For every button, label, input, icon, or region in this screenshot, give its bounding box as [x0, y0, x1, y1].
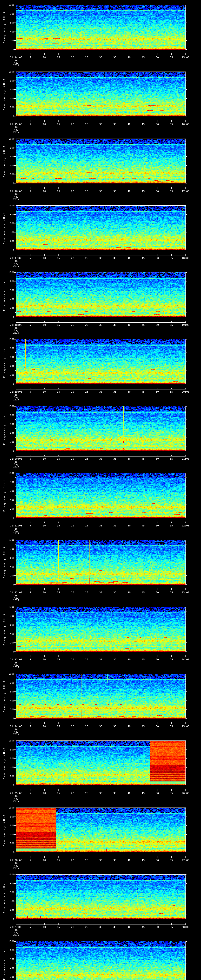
y-tick-label: 600: [5, 155, 14, 158]
x-tick-label: 10: [43, 390, 46, 393]
x-start-time-label: 21:20:00: [10, 457, 22, 460]
x-tick-label: 25: [85, 123, 88, 126]
x-tick-label: 35: [113, 323, 116, 326]
x-tick-label: 10: [43, 323, 46, 326]
x-tick-label: 40: [128, 457, 131, 460]
x-tick-label: 15: [57, 792, 60, 795]
x-tick-label: 25: [85, 457, 88, 460]
x-tick-label: 40: [128, 859, 131, 862]
y-tick-label: 800: [5, 882, 14, 885]
x-tick-label: 40: [128, 323, 131, 326]
x-tick-label: 55: [170, 926, 173, 929]
y-tick-label: 0: [5, 650, 14, 653]
y-tick-label: 600: [5, 556, 14, 559]
x-tick-label: 30: [99, 859, 102, 862]
x-tick-label: 15: [57, 591, 60, 594]
y-tick-label: 800: [5, 12, 14, 16]
x-tick-label: 15: [57, 926, 60, 929]
x-tick-label: 45: [142, 56, 145, 59]
y-tick-label: 0: [5, 48, 14, 51]
date-label: 2015: [13, 666, 19, 668]
y-tick-label: 1000: [5, 538, 14, 541]
y-axis-title: Frequency (Hz): [3, 747, 6, 779]
x-tick-label: 45: [142, 190, 145, 192]
x-tick-label: 45: [142, 323, 145, 326]
x-tick-label: 45: [142, 658, 145, 661]
x-tick-label: 30: [99, 926, 102, 929]
x-tick-label: 20: [71, 658, 74, 661]
date-label: 2015: [13, 800, 19, 802]
spectrogram-panel: Frequency (Hz)0200400600800100021:27:005…: [0, 870, 201, 937]
x-start-time-label: 21:15:00: [10, 123, 22, 126]
y-axis-title: Frequency (Hz): [3, 479, 6, 512]
y-tick-label: 400: [5, 699, 14, 702]
x-tick-label: 20: [71, 457, 74, 460]
x-tick-label: 35: [113, 190, 116, 192]
x-start-time-label: 21:19:00: [10, 390, 22, 393]
y-tick-label: 0: [5, 382, 14, 385]
date-label: 2015: [13, 599, 19, 601]
y-tick-label: 800: [5, 681, 14, 684]
x-tick-label: 55: [170, 658, 173, 661]
x-tick-label: 5: [29, 190, 31, 192]
x-tick-label: 45: [142, 926, 145, 929]
y-tick-label: 1000: [5, 70, 14, 73]
spectrogram-panel: Frequency (Hz)0200400600800100021:22:005…: [0, 535, 201, 602]
x-start-time-label: 21:22:00: [10, 591, 22, 594]
x-tick-label: 20: [71, 524, 74, 527]
x-tick-label: 10: [43, 859, 46, 862]
y-tick-label: 0: [5, 717, 14, 720]
x-tick-label: 40: [128, 56, 131, 59]
date-label: 2015: [13, 532, 19, 535]
x-tick-label: 20: [71, 926, 74, 929]
x-tick-label: 35: [113, 524, 116, 527]
x-tick-label: 20: [71, 323, 74, 326]
y-tick-label: 400: [5, 900, 14, 903]
x-tick-label: 50: [156, 926, 159, 929]
y-tick-label: 600: [5, 891, 14, 894]
x-tick-label: 20: [71, 725, 74, 728]
y-tick-label: 1000: [5, 739, 14, 742]
x-tick-label: 30: [99, 123, 102, 126]
y-tick-label: 200: [5, 708, 14, 711]
x-tick-label: 25: [85, 190, 88, 192]
x-tick-label: 5: [29, 457, 31, 460]
x-tick-label: 45: [142, 256, 145, 259]
x-tick-label: 45: [142, 591, 145, 594]
x-tick-label: 25: [85, 56, 88, 59]
y-tick-label: 600: [5, 757, 14, 760]
y-tick-label: 400: [5, 164, 14, 167]
spectrogram-panel: Frequency (Hz)0200400600800100021:18:005…: [0, 267, 201, 334]
x-tick-label: 35: [113, 658, 116, 661]
y-tick-label: 0: [5, 115, 14, 118]
x-tick-label: 50: [156, 859, 159, 862]
x-tick-label: 10: [43, 725, 46, 728]
spectrogram-panel: Frequency (Hz)0200400600800100021:20:005…: [0, 401, 201, 468]
y-tick-label: 0: [5, 516, 14, 519]
y-tick-label: 400: [5, 565, 14, 568]
x-tick-label: 20: [71, 792, 74, 795]
y-tick-label: 600: [5, 423, 14, 426]
x-tick-label: 40: [128, 792, 131, 795]
y-tick-label: 600: [5, 690, 14, 693]
x-tick-label: 35: [113, 926, 116, 929]
x-tick-label: 50: [156, 323, 159, 326]
date-label: 2015: [13, 198, 19, 200]
x-tick-label: 15: [57, 56, 60, 59]
x-tick-label: 55: [170, 123, 173, 126]
y-tick-label: 0: [5, 315, 14, 319]
y-tick-label: 400: [5, 967, 14, 970]
y-tick-label: 400: [5, 766, 14, 769]
y-tick-label: 200: [5, 507, 14, 511]
y-tick-label: 800: [5, 347, 14, 350]
x-tick-label: 10: [43, 524, 46, 527]
spectrogram-panel: Frequency (Hz)0200400600800100021:28:005…: [0, 937, 201, 980]
x-tick-label: 5: [29, 725, 31, 728]
x-tick-label: 25: [85, 792, 88, 795]
x-tick-label: 30: [99, 56, 102, 59]
y-tick-label: 800: [5, 949, 14, 952]
y-tick-label: 200: [5, 574, 14, 577]
y-axis-title: Frequency (Hz): [3, 680, 6, 713]
x-tick-label: 30: [99, 190, 102, 192]
y-tick-label: 200: [5, 641, 14, 644]
